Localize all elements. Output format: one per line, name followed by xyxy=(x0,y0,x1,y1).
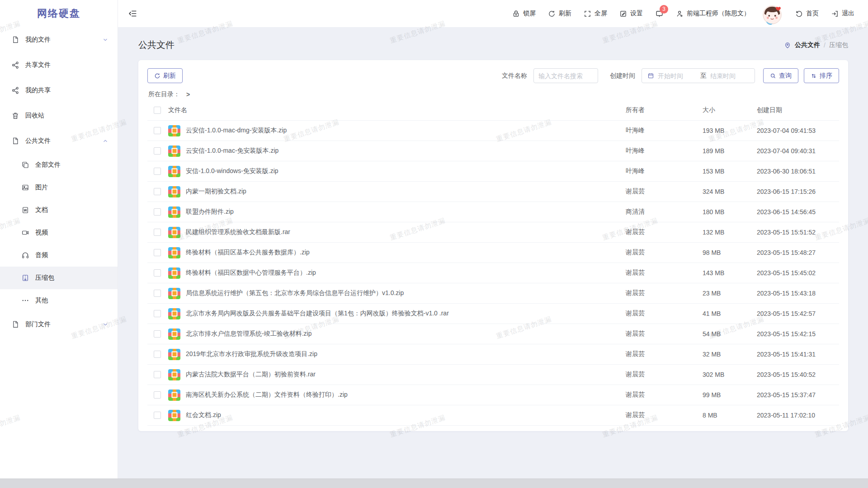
image-icon xyxy=(21,183,29,192)
user-menu[interactable]: 前端工程师（陈思文） xyxy=(676,9,750,18)
table-row[interactable]: 北京市水务局内网改版及公共服务基础平台建设项目（第1包：内网改版）终验验文档-v… xyxy=(147,304,839,324)
file-name-text[interactable]: 终验材料（福田区数据中心管理服务平台）.zip xyxy=(186,269,316,277)
file-name-cell[interactable]: 局信息系统运行维护（第五包：北京市水务局综合信息平台运行维护）v1.0.zip xyxy=(168,288,626,299)
row-checkbox[interactable] xyxy=(154,371,161,378)
row-checkbox[interactable] xyxy=(154,330,161,338)
sidebar-item-my-shares[interactable]: 我的共享 xyxy=(0,78,118,103)
menu-fold-icon[interactable] xyxy=(128,9,138,19)
table-row[interactable]: 局信息系统运行维护（第五包：北京市水务局综合信息平台运行维护）v1.0.zip … xyxy=(147,283,839,304)
file-name-cell[interactable]: 终验材料（福田区基本公共服务数据库）.zip xyxy=(168,247,626,258)
sort-button[interactable]: 排序 xyxy=(804,68,839,83)
file-name-text[interactable]: 内蒙古法院大数据平台（二期）初验前资料.rar xyxy=(186,371,316,379)
file-name-text[interactable]: 北京市排水户信息管理系统-竣工验收材料.zip xyxy=(186,330,311,338)
table-row[interactable]: 安信-1.0.0-windows-免安装版.zip 叶海峰 153 MB 202… xyxy=(147,161,839,182)
logout-button[interactable]: 退出 xyxy=(831,9,854,18)
table-row[interactable]: 红会文档.zip 谢晨芸 8 MB 2023-05-11 17:02:10 xyxy=(147,405,839,426)
row-checkbox[interactable] xyxy=(154,208,161,216)
fullscreen-button[interactable]: 全屏 xyxy=(584,9,607,18)
row-checkbox[interactable] xyxy=(154,310,161,317)
row-checkbox[interactable] xyxy=(154,351,161,358)
query-button[interactable]: 查询 xyxy=(763,68,798,83)
date-range-picker[interactable]: 至 xyxy=(642,68,755,83)
sidebar-item-archives[interactable]: 压缩包 xyxy=(0,267,118,289)
sidebar-item-audio[interactable]: 音频 xyxy=(0,244,118,267)
file-name-text[interactable]: 局信息系统运行维护（第五包：北京市水务局综合信息平台运行维护）v1.0.zip xyxy=(186,289,404,297)
row-checkbox[interactable] xyxy=(154,412,161,419)
search-icon xyxy=(770,73,776,79)
table-row[interactable]: 2019年北京市水行政审批系统升级改造项目.zip 谢晨芸 32 MB 2023… xyxy=(147,344,839,365)
sidebar-item-documents[interactable]: 文档 xyxy=(0,199,118,221)
file-name-cell[interactable]: 红会文档.zip xyxy=(168,410,626,421)
breadcrumb-parent[interactable]: 公共文件 xyxy=(795,41,820,49)
file-name-text[interactable]: 2019年北京市水行政审批系统升级改造项目.zip xyxy=(186,350,317,358)
table-row[interactable]: 北京市排水户信息管理系统-竣工验收材料.zip 谢晨芸 54 MB 2023-0… xyxy=(147,324,839,344)
home-button[interactable]: 首页 xyxy=(795,9,819,18)
file-name-text[interactable]: 红会文档.zip xyxy=(186,411,221,419)
table-row[interactable]: 联盟办件附件.zip 商清清 180 MB 2023-06-15 14:56:4… xyxy=(147,202,839,222)
start-time-input[interactable] xyxy=(658,72,697,80)
sidebar-item-public-files[interactable]: 公共文件 xyxy=(0,128,118,154)
row-checkbox[interactable] xyxy=(154,188,161,195)
settings-button[interactable]: 设置 xyxy=(619,9,643,18)
file-owner: 谢晨芸 xyxy=(626,391,703,399)
table-row[interactable]: 云安信-1.0.0-mac-免安装版本.zip 叶海峰 189 MB 2023-… xyxy=(147,141,839,161)
file-name-cell[interactable]: 安信-1.0.0-windows-免安装版.zip xyxy=(168,166,626,177)
file-name-text[interactable]: 北京市水务局内网改版及公共服务基础平台建设项目（第1包：内网改版）终验验文档-v… xyxy=(186,310,449,318)
file-table: 文件名 所有者 大小 创建日期 云安信-1.0.0-mac-dmg-安装版本.z… xyxy=(147,100,839,426)
refresh-button-top[interactable]: 刷新 xyxy=(548,9,571,18)
file-name-input[interactable] xyxy=(533,68,598,83)
refresh-list-button[interactable]: 刷新 xyxy=(147,68,183,83)
row-checkbox[interactable] xyxy=(154,269,161,277)
file-name-cell[interactable]: 北京市排水户信息管理系统-竣工验收材料.zip xyxy=(168,328,626,340)
row-checkbox[interactable] xyxy=(154,127,161,134)
file-name-cell[interactable]: 2019年北京市水行政审批系统升级改造项目.zip xyxy=(168,349,626,360)
table-row[interactable]: 云安信-1.0.0-mac-dmg-安装版本.zip 叶海峰 193 MB 20… xyxy=(147,121,839,141)
directory-arrow[interactable]: > xyxy=(186,91,190,98)
select-all-checkbox[interactable] xyxy=(154,107,161,114)
file-name-cell[interactable]: 云安信-1.0.0-mac-dmg-安装版本.zip xyxy=(168,125,626,136)
notifications-button[interactable]: 3 xyxy=(655,9,664,18)
row-checkbox[interactable] xyxy=(154,229,161,236)
table-row[interactable]: 终验材料（福田区数据中心管理服务平台）.zip 谢晨芸 143 MB 2023-… xyxy=(147,263,839,283)
headphones-icon xyxy=(21,251,29,259)
file-name-text[interactable]: 联盟办件附件.zip xyxy=(186,208,234,216)
file-name-cell[interactable]: 终验材料（福田区数据中心管理服务平台）.zip xyxy=(168,267,626,279)
sidebar-item-department-files[interactable]: 部门文件 xyxy=(0,312,118,337)
file-name-text[interactable]: 安信-1.0.0-windows-免安装版.zip xyxy=(186,167,278,175)
end-time-input[interactable] xyxy=(710,72,749,80)
row-checkbox[interactable] xyxy=(154,290,161,297)
sidebar-item-videos[interactable]: 视频 xyxy=(0,221,118,244)
file-name-cell[interactable]: 民建组织管理系统验收文档最新版.rar xyxy=(168,227,626,238)
file-name-text[interactable]: 终验材料（福田区基本公共服务数据库）.zip xyxy=(186,249,310,257)
table-row[interactable]: 民建组织管理系统验收文档最新版.rar 谢晨芸 132 MB 2023-05-1… xyxy=(147,222,839,243)
sidebar-item-all-files[interactable]: 全部文件 xyxy=(0,154,118,176)
file-name-cell[interactable]: 北京市水务局内网改版及公共服务基础平台建设项目（第1包：内网改版）终验验文档-v… xyxy=(168,308,626,319)
file-name-text[interactable]: 内蒙一期初验文档.zip xyxy=(186,188,246,196)
file-name-text[interactable]: 南海区机关新办公系统（二期）文件资料（终验打印）.zip xyxy=(186,391,348,399)
sidebar-item-recycle-bin[interactable]: 回收站 xyxy=(0,103,118,128)
file-name-cell[interactable]: 内蒙一期初验文档.zip xyxy=(168,186,626,197)
horizontal-scrollbar-track[interactable] xyxy=(0,479,868,488)
sidebar-item-others[interactable]: 其他 xyxy=(0,289,118,312)
row-checkbox[interactable] xyxy=(154,249,161,256)
sidebar-item-my-files[interactable]: 我的文件 xyxy=(0,27,118,52)
file-name-cell[interactable]: 云安信-1.0.0-mac-免安装版本.zip xyxy=(168,145,626,157)
lock-screen-button[interactable]: 锁屏 xyxy=(512,9,536,18)
table-row[interactable]: 终验材料（福田区基本公共服务数据库）.zip 谢晨芸 98 MB 2023-05… xyxy=(147,243,839,263)
sidebar-item-shared-files[interactable]: 共享文件 xyxy=(0,52,118,78)
file-name-text[interactable]: 云安信-1.0.0-mac-dmg-安装版本.zip xyxy=(186,127,287,135)
table-row[interactable]: 内蒙一期初验文档.zip 谢晨芸 324 MB 2023-06-15 17:15… xyxy=(147,182,839,202)
file-name-cell[interactable]: 联盟办件附件.zip xyxy=(168,206,626,218)
file-name-text[interactable]: 民建组织管理系统验收文档最新版.rar xyxy=(186,228,290,236)
avatar[interactable] xyxy=(762,2,783,25)
file-size: 302 MB xyxy=(703,371,757,378)
row-checkbox[interactable] xyxy=(154,168,161,175)
row-checkbox[interactable] xyxy=(154,147,161,155)
table-row[interactable]: 内蒙古法院大数据平台（二期）初验前资料.rar 谢晨芸 302 MB 2023-… xyxy=(147,365,839,385)
sidebar-item-images[interactable]: 图片 xyxy=(0,176,118,199)
file-name-cell[interactable]: 南海区机关新办公系统（二期）文件资料（终验打印）.zip xyxy=(168,389,626,401)
file-name-cell[interactable]: 内蒙古法院大数据平台（二期）初验前资料.rar xyxy=(168,369,626,380)
table-row[interactable]: 南海区机关新办公系统（二期）文件资料（终验打印）.zip 谢晨芸 99 MB 2… xyxy=(147,385,839,405)
row-checkbox[interactable] xyxy=(154,391,161,399)
file-name-text[interactable]: 云安信-1.0.0-mac-免安装版本.zip xyxy=(186,147,278,155)
